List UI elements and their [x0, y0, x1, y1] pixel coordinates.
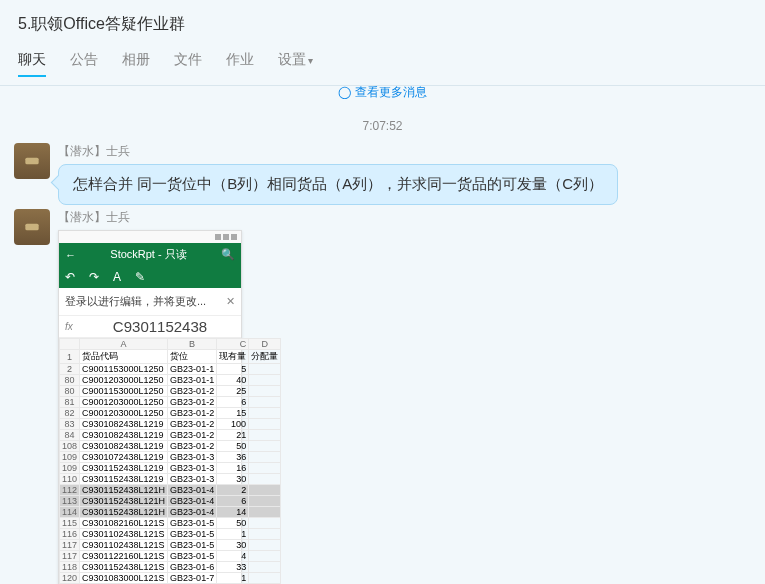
- cell: C9301083000L121S: [80, 573, 168, 584]
- avatar[interactable]: [14, 143, 50, 179]
- tab-announce[interactable]: 公告: [70, 51, 98, 77]
- cell: GB23-01-4: [168, 507, 217, 518]
- cell: [249, 485, 281, 496]
- cell: C9301072438L1219: [80, 452, 168, 463]
- cell: [249, 496, 281, 507]
- cell: 36: [217, 452, 249, 463]
- cell: C9301122160L121S: [80, 551, 168, 562]
- cell: 116: [60, 529, 80, 540]
- table-row: 81C9001203000L1250GB23-01-26: [60, 397, 281, 408]
- cell: C9001203000L1250: [80, 397, 168, 408]
- cell: [249, 419, 281, 430]
- cell: 5: [217, 364, 249, 375]
- cell: [249, 452, 281, 463]
- cell: [249, 408, 281, 419]
- table-row: 2C9001153000L1250GB23-01-15: [60, 364, 281, 375]
- cell: GB23-01-2: [168, 419, 217, 430]
- tab-album[interactable]: 相册: [122, 51, 150, 77]
- table-row: 112C9301152438L121HGB23-01-42: [60, 485, 281, 496]
- cell: [249, 507, 281, 518]
- cell: 货位: [168, 350, 217, 364]
- cell: GB23-01-1: [168, 364, 217, 375]
- close-icon: ✕: [226, 295, 235, 308]
- file-title: StockRpt - 只读: [76, 247, 221, 262]
- tab-bar: 聊天 公告 相册 文件 作业 设置▾: [0, 43, 765, 86]
- cell: 16: [217, 463, 249, 474]
- cell: 83: [60, 419, 80, 430]
- cell: 115: [60, 518, 80, 529]
- tab-chat[interactable]: 聊天: [18, 51, 46, 77]
- cell: C9301152438L1219: [80, 474, 168, 485]
- cell: C9301152438L121S: [80, 562, 168, 573]
- back-icon: ←: [65, 249, 76, 261]
- cell: 113: [60, 496, 80, 507]
- cell: GB23-01-3: [168, 474, 217, 485]
- message-row: 【潜水】士兵 ← StockRpt - 只读 🔍 ↶ ↷ A ✎ 登录以进行编辑…: [14, 209, 751, 584]
- table-row: 1货品代码货位现有量分配量: [60, 350, 281, 364]
- cell: 50: [217, 441, 249, 452]
- cell: 30: [217, 540, 249, 551]
- cell: 30: [217, 474, 249, 485]
- table-row: 115C9301082160L121SGB23-01-550: [60, 518, 281, 529]
- cell: 110: [60, 474, 80, 485]
- cell: GB23-01-5: [168, 518, 217, 529]
- svg-rect-0: [25, 158, 38, 165]
- cell: 1: [60, 350, 80, 364]
- formula-bar: fx C9301152438: [59, 316, 241, 338]
- cell: GB23-01-1: [168, 375, 217, 386]
- cell: [249, 375, 281, 386]
- table-row: 84C9301082438L1219GB23-01-221: [60, 430, 281, 441]
- sender-name: 【潜水】士兵: [58, 143, 751, 160]
- image-message-screenshot[interactable]: ← StockRpt - 只读 🔍 ↶ ↷ A ✎ 登录以进行编辑，并将更改..…: [58, 230, 242, 584]
- undo-icon: ↶: [65, 270, 75, 284]
- cell: 4: [217, 551, 249, 562]
- cell: [249, 463, 281, 474]
- table-row: 80C9001153000L1250GB23-01-225: [60, 386, 281, 397]
- cell: [249, 540, 281, 551]
- table-row: 118C9301152438L121SGB23-01-633: [60, 562, 281, 573]
- cell: 108: [60, 441, 80, 452]
- cell: GB23-01-2: [168, 441, 217, 452]
- message-row: 【潜水】士兵 怎样合并 同一货位中（B列）相同货品（A列），并求同一货品的可发量…: [14, 143, 751, 205]
- excel-toolbar: ↶ ↷ A ✎: [59, 266, 241, 288]
- redo-icon: ↷: [89, 270, 99, 284]
- cell: 6: [217, 397, 249, 408]
- system-more-messages[interactable]: ◯ 查看更多消息: [14, 84, 751, 101]
- table-row: 110C9301152438L1219GB23-01-330: [60, 474, 281, 485]
- cell: [249, 364, 281, 375]
- cell: 109: [60, 463, 80, 474]
- cell: 117: [60, 540, 80, 551]
- cell: C9301152438L121H: [80, 507, 168, 518]
- tab-settings[interactable]: 设置▾: [278, 51, 313, 77]
- cell: C9001203000L1250: [80, 375, 168, 386]
- cell: GB23-01-5: [168, 540, 217, 551]
- table-row: 109C9301072438L1219GB23-01-336: [60, 452, 281, 463]
- cell: GB23-01-6: [168, 562, 217, 573]
- tab-files[interactable]: 文件: [174, 51, 202, 77]
- cell: 2: [60, 364, 80, 375]
- chat-content: ◯ 查看更多消息 7:07:52 【潜水】士兵 怎样合并 同一货位中（B列）相同…: [0, 84, 765, 584]
- cell: GB23-01-5: [168, 529, 217, 540]
- cell: 15: [217, 408, 249, 419]
- cell: 现有量: [217, 350, 249, 364]
- table-row: 113C9301152438L121HGB23-01-46: [60, 496, 281, 507]
- cell: [249, 474, 281, 485]
- svg-rect-1: [25, 224, 38, 231]
- cell: C9301152438L121H: [80, 496, 168, 507]
- timestamp: 7:07:52: [14, 119, 751, 133]
- cell: 21: [217, 430, 249, 441]
- text-message-bubble[interactable]: 怎样合并 同一货位中（B列）相同货品（A列），并求同一货品的可发量（C列）: [58, 164, 618, 205]
- cell: GB23-01-7: [168, 573, 217, 584]
- table-row: 108C9301082438L1219GB23-01-250: [60, 441, 281, 452]
- tab-homework[interactable]: 作业: [226, 51, 254, 77]
- cell: [249, 551, 281, 562]
- table-row: 117C9301122160L121SGB23-01-54: [60, 551, 281, 562]
- cell: 1: [217, 529, 249, 540]
- cell: 分配量: [249, 350, 281, 364]
- fx-label: fx: [65, 321, 85, 332]
- cell: [249, 529, 281, 540]
- cell: 50: [217, 518, 249, 529]
- cell: 120: [60, 573, 80, 584]
- cell: 80: [60, 375, 80, 386]
- avatar[interactable]: [14, 209, 50, 245]
